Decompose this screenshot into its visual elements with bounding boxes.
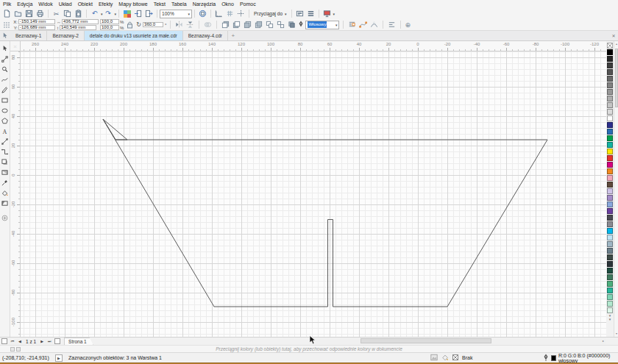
mirror-vertical-icon[interactable]: [185, 20, 195, 29]
print-icon[interactable]: [35, 9, 46, 18]
to-front-icon[interactable]: [221, 20, 230, 29]
show-guidelines-icon[interactable]: [235, 9, 246, 18]
options-icon[interactable]: [294, 9, 305, 18]
undo-icon[interactable]: ↶: [89, 9, 100, 18]
menu-mapy-bitowe[interactable]: Mapy bitowe: [116, 0, 150, 8]
mirror-horizontal-icon[interactable]: [174, 20, 184, 29]
menu-obiekt[interactable]: Obiekt: [75, 0, 96, 8]
horizontal-scrollbar[interactable]: ◂ ▸: [309, 338, 606, 344]
fill-tool[interactable]: [0, 188, 10, 198]
page-tab-strona-1[interactable]: Strona 1: [64, 338, 93, 345]
color-swatch[interactable]: [607, 188, 613, 194]
color-swatch[interactable]: [607, 201, 613, 207]
color-swatch[interactable]: [607, 82, 613, 88]
paste-icon[interactable]: [73, 9, 84, 18]
horizontal-scroll-thumb[interactable]: [360, 338, 491, 343]
color-swatch[interactable]: [607, 63, 613, 68]
dockers-icon[interactable]: [305, 9, 316, 18]
b-spline-icon[interactable]: [369, 20, 379, 29]
color-swatch[interactable]: [607, 89, 613, 95]
color-swatch[interactable]: [607, 142, 613, 148]
color-swatch[interactable]: [607, 274, 613, 280]
wrap-text-icon[interactable]: [347, 20, 357, 29]
object-height-field[interactable]: 140,549 mm: [60, 25, 96, 30]
next-page-icon[interactable]: ▶: [38, 339, 46, 343]
color-swatch[interactable]: [607, 281, 613, 287]
color-swatch[interactable]: [607, 115, 613, 121]
color-swatch[interactable]: [607, 248, 613, 254]
color-swatch[interactable]: [607, 168, 613, 174]
chevron-down-icon[interactable]: ▾: [333, 12, 335, 16]
rotation-angle-field[interactable]: 360,0: [143, 22, 163, 27]
docker-mini-icon[interactable]: [16, 347, 21, 351]
menu-widok[interactable]: Widok: [35, 0, 55, 8]
zoom-level-combo[interactable]: 100% ▾: [160, 10, 192, 18]
color-swatch[interactable]: [607, 195, 613, 201]
workspace-monitor-icon[interactable]: [322, 9, 333, 18]
object-y-field[interactable]: -126,689 mm: [18, 25, 55, 30]
cut-icon[interactable]: ✂: [51, 9, 62, 18]
color-swatch[interactable]: [607, 254, 613, 260]
open-icon[interactable]: [13, 9, 24, 18]
color-swatch[interactable]: [607, 294, 613, 300]
ruler-units-corner[interactable]: ⁙: [10, 41, 21, 51]
color-swatch[interactable]: [607, 175, 613, 181]
new-document-icon[interactable]: [1, 9, 13, 18]
scale-y-field[interactable]: 100,0: [100, 25, 119, 30]
export-icon[interactable]: [143, 9, 154, 18]
to-back-icon[interactable]: [232, 20, 241, 29]
color-swatch[interactable]: [607, 129, 613, 135]
menu-edycja[interactable]: Edycja: [14, 0, 35, 8]
menu-tekst[interactable]: Tekst: [151, 0, 168, 8]
tab-beznazwy-1[interactable]: Beznazwy-1: [10, 31, 47, 40]
menu-narzedzia[interactable]: Narzędzia: [190, 0, 219, 8]
new-tab-button[interactable]: +: [228, 31, 238, 40]
dimension-tool[interactable]: [0, 136, 10, 146]
palette-expand-icon[interactable]: ▾: [609, 318, 611, 321]
menu-plik[interactable]: Plik: [0, 0, 14, 8]
menu-uklad[interactable]: Układ: [56, 0, 75, 8]
color-swatch[interactable]: [607, 76, 613, 82]
color-swatch[interactable]: [607, 268, 613, 274]
object-x-field[interactable]: -150,149 mm: [18, 19, 55, 24]
interactive-fill-tool[interactable]: [0, 198, 10, 208]
color-swatch[interactable]: [607, 135, 613, 141]
chevron-down-icon[interactable]: ▾: [335, 23, 338, 27]
add-tools-button[interactable]: [0, 213, 10, 223]
tab-detale-do-druku[interactable]: detale do druku v13 usuniete za małe.cdr: [85, 31, 183, 40]
color-swatch[interactable]: [607, 49, 613, 55]
pick-tool[interactable]: [0, 43, 10, 54]
color-swatch[interactable]: [607, 241, 613, 247]
rectangle-tool[interactable]: [0, 95, 10, 105]
drawing-canvas[interactable]: [21, 51, 606, 337]
show-rulers-icon[interactable]: [213, 9, 224, 18]
menu-pomoc[interactable]: Pomoc: [237, 0, 259, 8]
snap-to-dropdown[interactable]: Przyciągaj do ▾: [252, 9, 289, 18]
object-info-icon[interactable]: ▶: [55, 354, 63, 362]
vertical-scrollbar[interactable]: ▴ ▾: [614, 41, 618, 337]
shape-tool[interactable]: [0, 54, 10, 64]
menu-okno[interactable]: Okno: [219, 0, 237, 8]
fullscreen-preview-icon[interactable]: [197, 9, 208, 18]
bezier-tool[interactable]: [0, 85, 10, 95]
tab-list-icon[interactable]: [0, 31, 10, 40]
color-swatch[interactable]: [607, 96, 613, 101]
search-content-icon[interactable]: [121, 9, 132, 18]
color-swatch[interactable]: [607, 102, 613, 108]
connector-tool[interactable]: [0, 146, 10, 157]
group-icon[interactable]: [265, 20, 274, 29]
alignment-icon[interactable]: [387, 20, 397, 29]
redo-dropdown-icon[interactable]: ▾: [115, 12, 117, 16]
color-swatch[interactable]: [607, 261, 613, 267]
back-one-icon[interactable]: [254, 20, 263, 29]
color-swatch[interactable]: [607, 122, 613, 128]
page-counter[interactable]: 1 z 1: [24, 339, 38, 344]
previous-page-icon[interactable]: ◀: [16, 339, 24, 343]
import-icon[interactable]: [132, 9, 143, 18]
color-swatch[interactable]: [607, 149, 613, 154]
outline-width-combo[interactable]: Włosowy ▾: [305, 21, 339, 29]
color-swatch[interactable]: [607, 162, 613, 168]
convert-to-curves-icon[interactable]: [358, 20, 368, 29]
color-swatch[interactable]: [607, 69, 613, 75]
scroll-down-icon[interactable]: ▾: [614, 331, 618, 337]
